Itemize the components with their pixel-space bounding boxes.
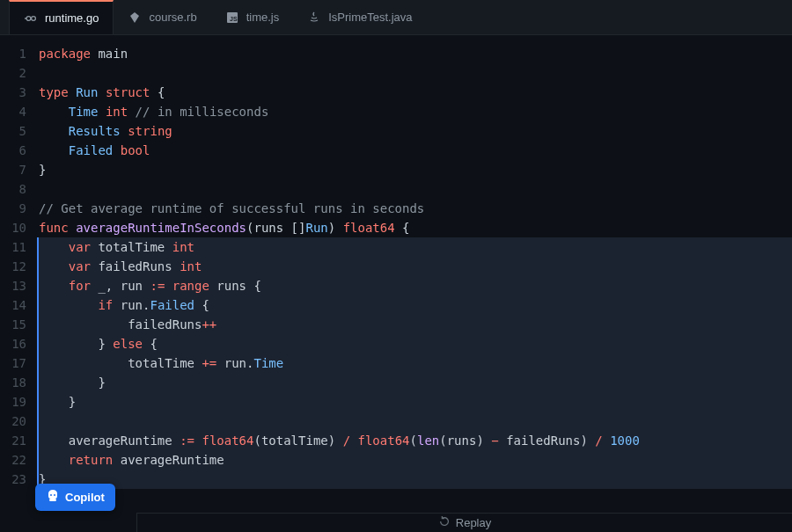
svg-text:JS: JS [230,16,238,22]
line-number: 7 [0,160,26,179]
tab-runtime-go[interactable]: runtime.go [9,0,114,34]
line-number: 5 [0,121,26,141]
line-number: 22 [0,450,26,470]
code-line[interactable]: type Run struct { [39,83,792,102]
code-area[interactable]: package maintype Run struct { Time int /… [33,35,792,513]
code-line[interactable]: func averageRuntimeInSeconds(runs []Run)… [39,218,792,237]
line-number: 10 [0,218,26,237]
line-number: 1 [0,44,26,63]
js-icon: JS [225,11,239,25]
code-line[interactable]: package main [39,44,792,63]
code-line[interactable] [39,179,792,199]
code-line[interactable]: } else { [37,334,792,353]
copilot-label: Copilot [65,491,105,504]
tab-label: IsPrimeTest.java [328,11,412,24]
java-icon [307,11,321,25]
code-line[interactable]: for _, run := range runs { [37,276,792,295]
svg-point-1 [32,16,36,20]
code-line[interactable]: } [37,373,792,392]
line-number: 18 [0,373,26,392]
svg-point-0 [26,16,31,20]
line-number: 23 [0,470,26,489]
line-number: 9 [0,199,26,218]
code-line[interactable]: var totalTime int [37,237,792,257]
line-number: 6 [0,141,26,160]
code-line[interactable]: return averageRuntime [37,450,792,470]
code-line[interactable]: if run.Failed { [37,295,792,315]
line-number: 12 [0,257,26,276]
code-line[interactable]: } [37,470,792,489]
line-number: 8 [0,179,26,199]
tab-label: time.js [246,11,280,24]
code-line[interactable]: // Get average runtime of successful run… [39,199,792,218]
line-number: 11 [0,237,26,257]
code-line[interactable] [39,63,792,83]
code-line[interactable]: var failedRuns int [37,257,792,276]
code-line[interactable]: } [37,392,792,412]
code-line[interactable]: Failed bool [39,141,792,160]
line-number: 16 [0,334,26,353]
line-number: 13 [0,276,26,295]
line-number-gutter: 1234567891011121314151617181920212223 [0,35,33,513]
go-icon [24,11,38,26]
line-number: 4 [0,102,26,121]
replay-label[interactable]: Replay [456,516,491,529]
line-number: 20 [0,412,26,431]
replay-icon [438,515,451,530]
line-number: 14 [0,295,26,315]
line-number: 21 [0,431,26,450]
copilot-icon [46,489,60,506]
copilot-button[interactable]: Copilot [35,484,115,511]
tab-bar: runtime.go course.rb JS time.js IsPrimeT… [0,0,792,35]
code-line[interactable]: Results string [39,121,792,141]
code-line[interactable]: } [39,160,792,179]
line-number: 3 [0,83,26,102]
svg-rect-5 [49,499,56,501]
line-number: 19 [0,392,26,412]
line-number: 15 [0,315,26,334]
code-line[interactable]: failedRuns++ [37,315,792,334]
editor-pane: 1234567891011121314151617181920212223 pa… [0,35,792,513]
code-line[interactable]: averageRuntime := float64(totalTime) / f… [37,431,792,450]
code-line[interactable]: totalTime += run.Time [37,353,792,373]
code-line[interactable]: Time int // in milliseconds [39,102,792,121]
ruby-icon [128,11,142,25]
footer-bar: Replay [136,513,792,532]
code-line[interactable] [37,412,792,431]
tab-label: runtime.go [45,11,99,25]
line-number: 2 [0,63,26,83]
tab-isprimetest-java[interactable]: IsPrimeTest.java [293,0,426,34]
tab-time-js[interactable]: JS time.js [211,0,294,34]
tab-label: course.rb [149,11,196,24]
tab-course-rb[interactable]: course.rb [114,0,210,34]
line-number: 17 [0,353,26,373]
